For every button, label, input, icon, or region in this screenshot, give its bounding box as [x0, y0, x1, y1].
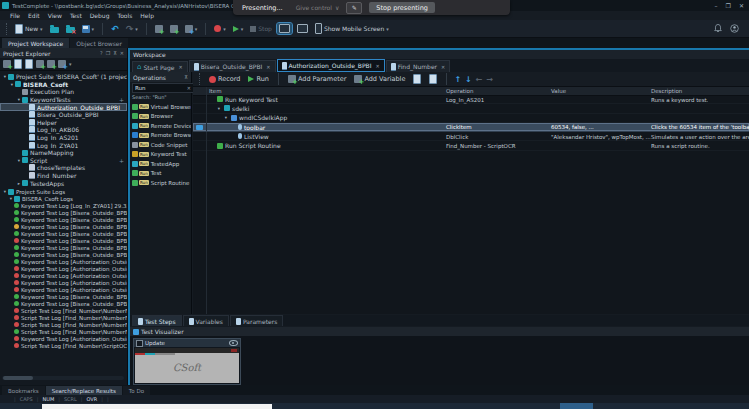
perspective-tab-project-workspace[interactable]: Project Workspace	[2, 38, 69, 48]
run-project-icon[interactable]	[58, 60, 66, 68]
pin-icon[interactable]: ⊼	[184, 74, 188, 80]
menu-debug[interactable]: Debug	[86, 12, 114, 19]
operation-item-remote-device[interactable]: RunRemote Device	[130, 121, 191, 131]
close-tab-icon[interactable]: ✕	[441, 64, 445, 70]
add-item-button[interactable]	[153, 24, 165, 34]
log-item-keyword-test-log-authorization-outside-b[interactable]: Keyword Test Log [Authorization_Outside_…	[0, 258, 127, 265]
doc-tab-bisera-outside-bpbi[interactable]: Bisera_Outside_BPBI✕	[189, 60, 276, 72]
thumbnail-image[interactable]: CSoft	[135, 348, 239, 383]
stop-presenting-button[interactable]: Stop presenting	[369, 2, 435, 13]
import-icon[interactable]	[36, 60, 44, 68]
expander-icon[interactable]: ▾	[223, 115, 229, 120]
tree-item-find-number[interactable]: Find_Number	[0, 172, 127, 180]
log-item-keyword-test-log-bisera-outside-bpbi-29-[interactable]: Keyword Test Log [Bisera_Outside_BPBI] 2…	[0, 223, 127, 230]
doc-tab-start-page[interactable]: ⌂Start Page✕	[132, 61, 188, 72]
horizontal-scrollbar[interactable]	[2, 376, 124, 380]
close-tab-icon[interactable]: ✕	[375, 63, 379, 69]
account-icon[interactable]	[730, 24, 739, 33]
tree-item-bisera-csoft[interactable]: ▾BISERA_Csoft	[0, 81, 127, 89]
clear-search-icon[interactable]: ✕	[187, 85, 191, 91]
close-button[interactable]: ✕	[739, 2, 744, 9]
log-item-script-test-log-find-number-numberfinder[interactable]: Script Test Log [Find_Number\NumberFinde…	[0, 307, 127, 314]
operation-item-keyword-test[interactable]: RunKeyword Test	[130, 150, 191, 160]
test-step-row-run-script-routine[interactable]: Run Script RoutineFind_Number - ScriptOC…	[193, 141, 749, 150]
maximize-button[interactable]: ❐	[726, 2, 731, 9]
operation-item-test[interactable]: RunTest	[130, 169, 191, 179]
tree-item-project-suite-bisera-csoft-1-project[interactable]: ▾Project Suite 'BISERA_Csoft' (1 project…	[0, 73, 127, 81]
show-mobile-screen-button[interactable]: Show Mobile Screen▾	[313, 22, 391, 35]
panel-header-button-3[interactable]: ✕	[120, 50, 124, 56]
bottom-tab-to-do[interactable]: To Do	[123, 386, 150, 395]
test-step-row-run-keyword-test[interactable]: Run Keyword TestLog_In_AS201Runs a keywo…	[193, 95, 749, 104]
log-item-keyword-test-log-bisera-outside-bpbi-29-[interactable]: Keyword Test Log [Bisera_Outside_BPBI] 2…	[0, 209, 127, 216]
operation-item-testedapp[interactable]: RunTestedApp	[130, 159, 191, 169]
operations-search-input[interactable]: Run ✕	[132, 83, 194, 93]
tree-item-testedapps[interactable]: ▸TestedApps	[0, 179, 127, 187]
test-step-row-listview[interactable]: ListViewDblClick"Aleksandar Hristov", wp…	[193, 132, 749, 141]
move-down-button[interactable]: ↓	[465, 75, 472, 84]
bottom-tab-bookmarks[interactable]: Bookmarks	[2, 386, 45, 395]
minimize-button[interactable]: –	[715, 2, 718, 9]
toolbar-grip[interactable]	[6, 23, 8, 35]
save-button[interactable]: ▾	[80, 24, 97, 34]
new-item-icon[interactable]	[14, 59, 22, 69]
eye-icon[interactable]	[229, 340, 238, 346]
paste-step-button[interactable]	[427, 73, 439, 85]
log-item-keyword-test-log-bisera-outside-bpbi-29-[interactable]: Keyword Test Log [Bisera_Outside_BPBI] 2…	[0, 230, 127, 237]
menu-file[interactable]: File	[6, 12, 24, 19]
log-item-project-suite-logs[interactable]: ▾Project Suite Logs	[0, 188, 127, 195]
new-button[interactable]: New▾	[13, 23, 45, 35]
tree-item-log-in-zya01[interactable]: Log_In_ZYA01	[0, 141, 127, 149]
tree-item-namemapping[interactable]: NameMapping	[0, 149, 127, 157]
menu-test[interactable]: Test	[66, 12, 86, 19]
column-header-operation[interactable]: Operation	[446, 88, 473, 94]
toolbar-grip[interactable]	[199, 73, 201, 85]
log-item-keyword-test-log-bisera-outside-bpbi-29-[interactable]: Keyword Test Log [Bisera_Outside_BPBI] 2…	[0, 237, 127, 244]
close-project-button[interactable]	[64, 24, 77, 34]
log-item-script-test-log-find-number-numberfinder[interactable]: Script Test Log [Find_Number\NumberFinde…	[0, 321, 127, 328]
tree-item-chosetemplates[interactable]: choseTemplates	[0, 164, 127, 172]
tree-item-log-in-as201[interactable]: Log_In_AS201	[0, 134, 127, 142]
log-item-keyword-test-log-authorization-outside-b[interactable]: Keyword Test Log [Authorization_Outside_…	[0, 272, 127, 279]
add-new-item-icon[interactable]	[3, 60, 11, 68]
panel-header-button-1[interactable]: ❐	[106, 50, 110, 56]
column-header-description[interactable]: Description	[651, 88, 682, 94]
give-control-dropdown[interactable]: Give control ∨	[296, 4, 340, 11]
tree-item-log-in-akb06[interactable]: Log_In_AKB06	[0, 126, 127, 134]
column-header-value[interactable]: Value	[551, 88, 566, 94]
operation-item-remote-browser[interactable]: RunRemote Browser	[130, 131, 191, 141]
close-tab-icon[interactable]: ✕	[179, 64, 183, 70]
run-button[interactable]: Run	[246, 74, 270, 84]
doc-tab-authorization-outside-bpbi[interactable]: Authorization_Outside_BPBI✕	[277, 59, 385, 72]
annotate-button[interactable]: ✎	[346, 2, 362, 14]
log-item-keyword-test-log-authorization-outside-b[interactable]: Keyword Test Log [Authorization_Outside_…	[0, 335, 127, 342]
log-item-keyword-test-log-log-in-zya01-29-3-2024[interactable]: Keyword Test Log [Log_In_ZYA01] 29.3.202…	[0, 202, 127, 209]
log-item-keyword-test-log-authorization-outside-b[interactable]: Keyword Test Log [Authorization_Outside_…	[0, 265, 127, 272]
menu-help[interactable]: Help	[136, 12, 158, 19]
doc-tab-find-number[interactable]: Find_Number✕	[386, 60, 451, 72]
test-step-row-wndicsdelkiapp[interactable]: ▾wndICSdelkiApp	[193, 114, 749, 123]
tree-item-script[interactable]: ▾Script+	[0, 157, 127, 165]
add-variable-button[interactable]: Add Variable	[352, 74, 407, 84]
log-item-keyword-test-log-authorization-outside-b[interactable]: Keyword Test Log [Authorization_Outside_…	[0, 286, 127, 293]
export-icon[interactable]	[47, 60, 55, 68]
record-test-button[interactable]: ▾	[212, 24, 228, 33]
close-tab-icon[interactable]: ✕	[266, 64, 270, 70]
scrollbar-thumb[interactable]	[3, 376, 33, 380]
log-item-keyword-test-log-bisera-outside-bpbi-29-[interactable]: Keyword Test Log [Bisera_Outside_BPBI] 2…	[0, 251, 127, 258]
tree-item-authorization-outside-bpbi[interactable]: Authorization_Outside_BPBI	[0, 103, 127, 111]
add-icon[interactable]: +	[119, 157, 124, 164]
log-item-keyword-test-log-authorization-outside-b[interactable]: Keyword Test Log [Authorization_Outside_…	[0, 279, 127, 286]
update-checkbox[interactable]	[136, 340, 143, 347]
perspective-tab-object-browser[interactable]: Object Browser	[70, 38, 128, 48]
undo-button[interactable]: ↶	[109, 24, 121, 34]
log-item-keyword-test-log-bisera-outside-bpbi-29-[interactable]: Keyword Test Log [Bisera_Outside_BPBI] 2…	[0, 300, 127, 307]
bottom-tab-search-replace-results[interactable]: Search/Replace Results	[46, 386, 122, 395]
operation-item-browser[interactable]: RunBrowser	[130, 112, 191, 122]
add-icon[interactable]: +	[119, 96, 124, 103]
panel-header-button-2[interactable]: ⊼	[113, 50, 117, 56]
tree-item-bisera-outside-bpbi[interactable]: Bisera_Outside_BPBI	[0, 111, 127, 119]
copy-step-button[interactable]	[411, 73, 423, 85]
log-item-script-test-log-find-number-numberfinder[interactable]: Script Test Log [Find_Number\NumberFinde…	[0, 314, 127, 321]
move-up-button[interactable]: ↑	[454, 75, 461, 84]
